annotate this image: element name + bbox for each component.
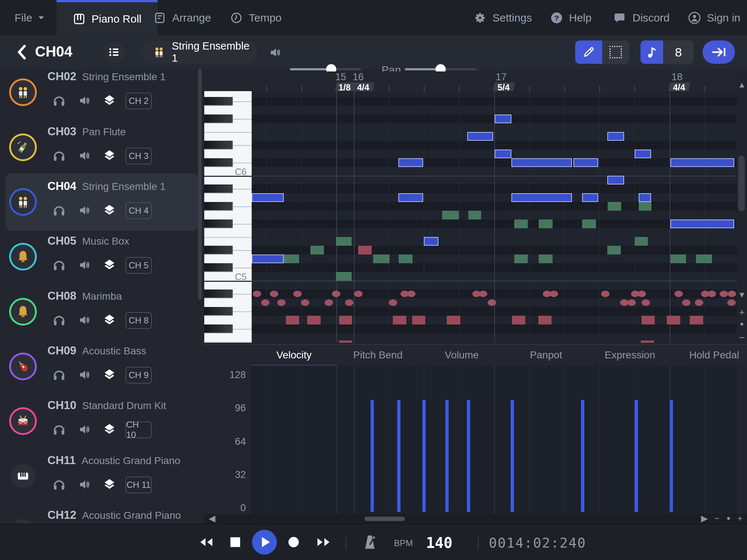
tab-tempo[interactable]: Tempo (230, 0, 282, 35)
note-length-button[interactable] (640, 40, 663, 64)
tab-arrange[interactable]: Arrange (153, 0, 211, 35)
channel-row-ch08[interactable]: CH08MarimbaCH 8 (0, 284, 204, 339)
pencil-tool-button[interactable] (575, 40, 602, 64)
midi-note-selected-channel[interactable] (467, 132, 493, 141)
midi-note-drum[interactable] (412, 316, 425, 324)
tab-panpot[interactable]: Panpot (530, 349, 562, 361)
play-button[interactable] (252, 529, 277, 555)
channel-row-ch03[interactable]: CH03Pan FluteCH 3 (0, 120, 204, 175)
tab-volume[interactable]: Volume (445, 349, 479, 361)
speaker-icon[interactable] (77, 257, 93, 273)
velocity-plot[interactable] (252, 365, 737, 514)
channel-port-badge[interactable]: CH 5 (125, 257, 152, 274)
velocity-bar[interactable] (445, 400, 449, 512)
midi-note-drum[interactable] (358, 246, 372, 254)
velocity-bar[interactable] (422, 400, 426, 512)
headphones-icon[interactable] (51, 202, 67, 218)
midi-note-drum[interactable] (339, 316, 352, 324)
timeline-ruler[interactable]: 151/8164/4175/4184/4 (252, 71, 737, 91)
midi-note-other-channel[interactable] (539, 254, 553, 263)
drum-hit-dot[interactable] (270, 291, 278, 297)
midi-note-other-channel[interactable] (696, 254, 712, 263)
headphones-icon[interactable] (51, 93, 67, 109)
zoom-dot-icon[interactable]: ● (727, 514, 731, 522)
vertical-scrollbar[interactable] (738, 155, 745, 211)
drum-hit-dot[interactable] (728, 291, 736, 297)
time-signature-badge[interactable]: 1/8 (335, 82, 355, 91)
speaker-icon[interactable] (77, 421, 93, 438)
black-key[interactable] (204, 324, 233, 333)
rewind-button[interactable] (198, 537, 214, 548)
midi-note-drum[interactable] (512, 316, 525, 324)
drum-hit-dot[interactable] (253, 291, 261, 297)
layers-icon[interactable] (101, 312, 117, 328)
channel-row-ch11[interactable]: CH11Acoustic Grand PianoCH 11 (0, 449, 204, 503)
scroll-down-icon[interactable]: ▼ (737, 290, 747, 300)
midi-note-other-channel[interactable] (399, 254, 413, 263)
help-button[interactable]: ? Help (550, 0, 592, 35)
midi-note-selected-channel[interactable] (511, 193, 572, 202)
channel-port-badge[interactable]: CH 3 (125, 148, 152, 164)
drum-hit-dot[interactable] (550, 291, 558, 297)
black-key[interactable] (204, 219, 233, 228)
channel-row-ch09[interactable]: CH09Acoustic BassCH 9 (0, 339, 204, 394)
signin-button[interactable]: Sign in (688, 0, 740, 35)
zoom-in-vertical-icon[interactable]: + (737, 307, 747, 318)
midi-note-drum[interactable] (641, 341, 654, 343)
midi-note-other-channel[interactable] (514, 219, 528, 228)
channel-port-badge[interactable]: CH 8 (125, 312, 152, 329)
instrument-selector[interactable]: String Ensemble 1 (140, 41, 257, 63)
midi-note-drum[interactable] (690, 316, 703, 324)
midi-note-other-channel[interactable] (284, 254, 299, 263)
speaker-icon[interactable] (77, 202, 93, 218)
select-tool-button[interactable] (602, 40, 629, 64)
drum-hit-dot[interactable] (488, 299, 496, 306)
midi-note-selected-channel[interactable] (252, 254, 284, 263)
drum-hit-dot[interactable] (720, 291, 728, 297)
channel-port-badge[interactable]: CH 2 (125, 93, 152, 109)
scroll-right-icon[interactable]: ▶ (701, 513, 708, 524)
black-key[interactable] (204, 263, 233, 272)
channel-avatar[interactable] (11, 135, 35, 159)
speaker-icon[interactable] (77, 312, 93, 328)
midi-note-selected-channel[interactable] (670, 219, 734, 228)
black-key[interactable] (204, 97, 233, 106)
zoom-out-vertical-icon[interactable]: − (737, 332, 747, 343)
midi-note-selected-channel[interactable] (398, 158, 423, 167)
stop-button[interactable] (230, 537, 241, 548)
black-key[interactable] (204, 158, 233, 167)
midi-note-drum[interactable] (339, 341, 352, 343)
midi-note-selected-channel[interactable] (607, 176, 624, 184)
midi-note-selected-channel[interactable] (639, 193, 651, 202)
drum-hit-dot[interactable] (708, 291, 716, 297)
black-key[interactable] (204, 202, 233, 211)
jump-to-end-button[interactable] (703, 40, 735, 64)
drum-hit-dot[interactable] (695, 299, 703, 306)
metronome-icon[interactable] (363, 534, 377, 550)
midi-note-other-channel[interactable] (670, 254, 686, 263)
black-key[interactable] (204, 184, 233, 193)
midi-note-other-channel[interactable] (468, 211, 481, 219)
drum-hit-dot[interactable] (682, 299, 690, 306)
drum-hit-dot[interactable] (727, 299, 736, 306)
black-key[interactable] (204, 141, 233, 149)
zoom-out-horizontal-icon[interactable]: − (714, 513, 719, 524)
headphones-icon[interactable] (51, 421, 67, 438)
zoom-dot-icon[interactable]: ● (737, 320, 747, 328)
drum-hit-dot[interactable] (674, 291, 683, 297)
midi-note-other-channel[interactable] (635, 237, 648, 246)
headphones-icon[interactable] (51, 257, 67, 273)
black-key[interactable] (204, 246, 233, 254)
velocity-bar[interactable] (670, 400, 673, 512)
channel-list-scrollbar[interactable] (198, 69, 202, 300)
layers-icon[interactable] (101, 477, 117, 493)
midi-note-selected-channel[interactable] (511, 158, 572, 167)
midi-note-selected-channel[interactable] (424, 237, 438, 246)
channel-avatar[interactable] (11, 80, 35, 104)
drum-hit-dot[interactable] (301, 299, 309, 306)
horizontal-scrollbar[interactable] (364, 517, 405, 521)
black-key[interactable] (204, 114, 233, 123)
tab-pitch-bend[interactable]: Pitch Bend (353, 349, 402, 361)
settings-button[interactable]: Settings (473, 0, 532, 35)
channel-row-ch02[interactable]: CH02String Ensemble 1CH 2 (0, 69, 204, 120)
